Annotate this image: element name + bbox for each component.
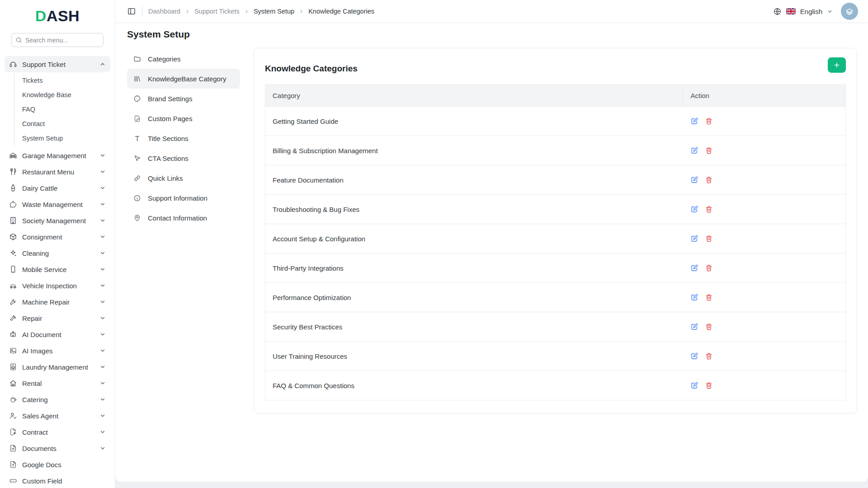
chevron-down-icon (99, 413, 106, 419)
knowledge-categories-card: Knowledge Categories CategoryAction Gett… (254, 48, 857, 413)
sidebar-item-label: Contract (22, 428, 48, 436)
submenu-item-custom-pages[interactable]: Custom Pages (127, 108, 240, 128)
sidebar-item-dairy-cattle[interactable]: Dairy Cattle (5, 180, 110, 196)
sidebar-item-mobile-service[interactable]: Mobile Service (5, 261, 110, 277)
delete-button[interactable] (705, 293, 713, 301)
edit-button[interactable] (690, 381, 698, 389)
sidebar-item-label: Repair (22, 314, 42, 322)
delete-button[interactable] (705, 117, 713, 125)
sidebar-subitem-contact[interactable]: Contact (14, 117, 110, 131)
logo-letter: D (35, 7, 47, 24)
chevron-down-icon (99, 250, 106, 256)
submenu-item-brand-settings[interactable]: Brand Settings (127, 89, 240, 108)
smartphone-icon (9, 265, 17, 273)
language-selector[interactable]: English (800, 8, 822, 15)
submenu-item-quick-links[interactable]: Quick Links (127, 168, 240, 188)
delete-button[interactable] (705, 323, 713, 331)
sidebar-subitem-faq[interactable]: FAQ (14, 102, 110, 117)
sidebar-item-custom-field[interactable]: Custom Field (5, 473, 110, 488)
sidebar-toggle-icon[interactable] (127, 7, 136, 16)
add-category-button[interactable] (828, 57, 846, 73)
delete-button[interactable] (705, 235, 713, 243)
category-cell: Troubleshooting & Bug Fixes (265, 195, 683, 224)
sidebar-item-society-management[interactable]: Society Management (5, 212, 110, 229)
trash-icon (705, 323, 713, 331)
submenu-item-cta-sections[interactable]: CTA Sections (127, 148, 240, 168)
category-cell: Getting Started Guide (265, 107, 683, 136)
sidebar-item-rental[interactable]: Rental (5, 375, 110, 391)
category-cell: Performance Optimization (265, 283, 683, 312)
submenu-item-title-sections[interactable]: Title Sections (127, 128, 240, 148)
sidebar-item-contract[interactable]: Contract (5, 424, 110, 440)
sidebar-item-cleaning[interactable]: Cleaning (5, 245, 110, 261)
user-avatar[interactable] (841, 3, 858, 20)
edit-icon (690, 235, 698, 243)
edit-button[interactable] (690, 205, 698, 213)
submenu-item-contact-information[interactable]: Contact Information (127, 208, 240, 228)
sidebar-item-restaurant-menu[interactable]: Restaurant Menu (5, 164, 110, 180)
sidebar-subitem-knowledge-base[interactable]: Knowledge Base (14, 88, 110, 102)
palette-icon (133, 95, 141, 103)
sidebar-item-machine-repair[interactable]: Machine Repair (5, 294, 110, 310)
chevron-down-icon (99, 169, 106, 175)
sidebar-item-label: Society Management (22, 217, 86, 225)
sidebar-item-vehicle-inspection[interactable]: Vehicle Inspection (5, 277, 110, 294)
sidebar-item-waste-management[interactable]: Waste Management (5, 196, 110, 212)
topbar-right: English (773, 3, 858, 20)
submenu-item-categories[interactable]: Categories (127, 49, 240, 69)
edit-button[interactable] (690, 352, 698, 360)
edit-button[interactable] (690, 117, 698, 125)
sidebar-item-ai-images[interactable]: AI Images (5, 343, 110, 359)
edit-button[interactable] (690, 146, 698, 155)
sidebar-item-google-docs[interactable]: Google Docs (5, 456, 110, 473)
page-title: System Setup (127, 29, 857, 40)
sidebar-subitem-system-setup[interactable]: System Setup (14, 131, 110, 145)
submenu-item-label: Support Information (148, 194, 208, 202)
sidebar-item-label: Machine Repair (22, 298, 70, 306)
sidebar-item-garage-management[interactable]: Garage Management (5, 147, 110, 164)
category-cell: User Training Resources (265, 342, 683, 371)
sidebar-item-support-ticket[interactable]: Support Ticket (5, 56, 110, 72)
sidebar-subitem-tickets[interactable]: Tickets (14, 73, 110, 88)
delete-button[interactable] (705, 176, 713, 184)
recycle-icon (9, 200, 17, 208)
sidebar-item-ai-document[interactable]: AI Document (5, 326, 110, 343)
chevron-right-icon (244, 9, 250, 14)
breadcrumb-item-support-tickets[interactable]: Support Tickets (194, 8, 240, 15)
delete-button[interactable] (705, 381, 713, 389)
globe-icon[interactable] (773, 7, 782, 16)
uk-flag-icon (786, 8, 796, 14)
action-cell (683, 107, 846, 136)
delete-button[interactable] (705, 352, 713, 360)
delete-button[interactable] (705, 146, 713, 155)
edit-button[interactable] (690, 323, 698, 331)
sidebar-item-sales-agent[interactable]: Sales Agent (5, 408, 110, 424)
edit-button[interactable] (690, 264, 698, 272)
sidebar-item-repair[interactable]: Repair (5, 310, 110, 326)
action-cell (683, 224, 846, 253)
chevron-down-icon (99, 282, 106, 289)
edit-button[interactable] (690, 293, 698, 301)
delete-button[interactable] (705, 205, 713, 213)
chevron-down-icon (99, 331, 106, 338)
breadcrumb-item-knowledge-categories[interactable]: Knowledge Categories (308, 8, 374, 15)
delete-button[interactable] (705, 264, 713, 272)
sidebar-item-documents[interactable]: Documents (5, 440, 110, 456)
app-logo[interactable]: DASH (0, 0, 115, 27)
info-circle-icon (133, 194, 141, 202)
edit-button[interactable] (690, 176, 698, 184)
breadcrumb-item-dashboard[interactable]: Dashboard (148, 8, 180, 15)
submenu-item-knowledgebase-category[interactable]: KnowledgeBase Category (127, 69, 240, 89)
sidebar-item-laundry-management[interactable]: Laundry Management (5, 359, 110, 375)
edit-button[interactable] (690, 235, 698, 243)
breadcrumb-item-system-setup[interactable]: System Setup (254, 8, 294, 15)
sidebar-item-catering[interactable]: Catering (5, 391, 110, 408)
sidebar-item-consignment[interactable]: Consignment (5, 229, 110, 245)
hammer-icon (9, 314, 17, 322)
search-input[interactable] (11, 33, 104, 47)
sidebar-item-label: Sales Agent (22, 412, 58, 420)
chevron-down-icon (99, 152, 106, 159)
table-row: Billing & Subscription Management (265, 136, 846, 165)
topbar-divider (142, 6, 142, 16)
submenu-item-support-information[interactable]: Support Information (127, 188, 240, 208)
